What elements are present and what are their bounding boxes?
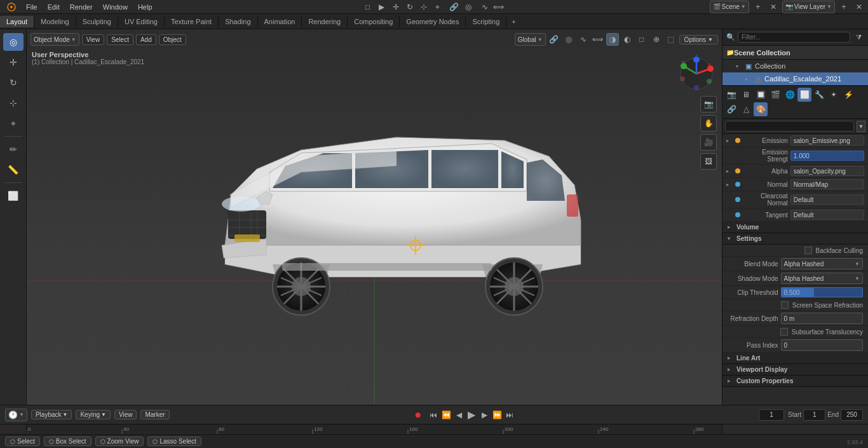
tab-scripting[interactable]: Scripting [466, 16, 506, 27]
frame-ruler[interactable]: 0 40 80 120 160 200 240 [27, 424, 722, 434]
tool-transform[interactable]: ⌖ [3, 114, 24, 132]
settings-section[interactable]: ▾ Settings [722, 233, 868, 245]
tab-rendering[interactable]: Rendering [302, 16, 348, 27]
select-menu[interactable]: Select [107, 34, 133, 45]
rotate-icon[interactable]: ↻ [403, 1, 416, 13]
timeline-mode-select[interactable]: 🕐 ▼ [5, 409, 27, 421]
prev-keyframe-button[interactable]: ⏪ [440, 409, 452, 421]
options-button[interactable]: Options ▼ [679, 35, 718, 44]
props-output-icon[interactable]: 🖥 [739, 88, 753, 102]
menu-file[interactable]: File [22, 2, 42, 12]
viewport-shading-solid[interactable]: ◑ [606, 33, 619, 46]
end-frame[interactable]: 250 [841, 409, 863, 421]
pass-index-value[interactable]: 0 [781, 339, 863, 351]
current-frame[interactable]: 1 [759, 409, 784, 421]
view-menu[interactable]: View [82, 34, 105, 45]
mesh-render-icon[interactable]: 📷 [864, 74, 868, 83]
snap-icon[interactable]: 🔗 [448, 1, 461, 13]
blend-mode-dropdown[interactable]: Alpha Hashed ▼ [781, 258, 863, 269]
tab-geometry-nodes[interactable]: Geometry Nodes [400, 16, 466, 27]
tree-collection[interactable]: ▾ ▣ Collection 👁 🔒 📷 [722, 60, 868, 72]
collection-hide-icon[interactable]: 👁 [835, 62, 844, 71]
viewport-overlay[interactable]: ⊕ [650, 33, 663, 46]
clip-threshold-field[interactable]: 0.500 [781, 287, 863, 297]
prop-alpha-value[interactable]: salon_Opacity.png [790, 166, 864, 176]
backface-culling-checkbox[interactable] [804, 247, 812, 254]
move-icon[interactable]: ✛ [390, 1, 402, 13]
viewport-shading-rendered[interactable]: ◐ [621, 33, 634, 46]
mesh-select-icon[interactable]: ● [853, 74, 862, 83]
prop-alpha-arrow[interactable]: ▸ [726, 168, 733, 174]
tab-layout[interactable]: Layout [0, 16, 34, 27]
menu-render[interactable]: Render [65, 2, 97, 12]
props-constraints-icon[interactable]: 🔗 [724, 102, 738, 116]
tab-compositing[interactable]: Compositing [348, 16, 400, 27]
marker-menu[interactable]: Marker [140, 410, 169, 419]
scene-remove-icon[interactable]: ✕ [767, 1, 780, 13]
keying-menu[interactable]: Keying ▼ [76, 410, 111, 419]
start-frame[interactable]: 1 [803, 409, 825, 421]
props-data-icon[interactable]: △ [739, 102, 753, 116]
viewport[interactable]: Object Mode ▼ View Select Add Object Glo… [27, 29, 722, 405]
scene-options-icon[interactable]: + [752, 1, 764, 13]
normalize-toggle[interactable]: ⟺ [592, 33, 604, 46]
viewlayer-add-icon[interactable]: + [837, 1, 850, 13]
lock-camera-icon[interactable]: 📷 [700, 96, 717, 112]
props-material-icon[interactable]: 🎨 [754, 102, 768, 116]
viewport-gizmo[interactable]: X Y Z [677, 55, 715, 93]
image-icon[interactable]: 🖼 [700, 153, 717, 170]
ssr-checkbox[interactable] [781, 301, 789, 309]
tab-texture-paint[interactable]: Texture Paint [165, 16, 219, 27]
zoom-view-button[interactable]: ⬡ Zoom View [95, 437, 144, 446]
box-select-button[interactable]: ⬡ Box Select [44, 437, 92, 446]
collection-lock-icon[interactable]: 🔒 [845, 62, 854, 71]
jump-start-button[interactable]: ⏮ [428, 409, 439, 421]
menu-blender[interactable] [3, 1, 20, 12]
shadow-mode-dropdown[interactable]: Alpha Hashed ▼ [781, 273, 863, 284]
prop-tangent-value[interactable]: Default [790, 210, 864, 220]
props-search-dropdown[interactable]: ▼ [857, 121, 865, 132]
props-scene-icon[interactable]: 🎬 [768, 88, 782, 102]
tool-rotate[interactable]: ↻ [3, 74, 24, 92]
props-modifier-icon[interactable]: 🔧 [812, 88, 826, 102]
proportional-toggle[interactable]: ◎ [562, 33, 575, 46]
tab-uv-editing[interactable]: UV Editing [118, 16, 165, 27]
prev-frame-button[interactable]: ◀ [453, 409, 465, 421]
outliner-filter-icon[interactable]: ⧩ [853, 32, 864, 43]
prop-normal-arrow[interactable]: ▸ [726, 182, 733, 187]
mode-select[interactable]: Object Mode ▼ [31, 33, 79, 46]
tool-cursor[interactable]: ◎ [3, 33, 24, 51]
add-workspace-button[interactable]: + [506, 16, 520, 27]
snap-toggle[interactable]: 🔗 [548, 33, 560, 46]
prop-cn-value[interactable]: Default [790, 194, 864, 205]
playback-menu[interactable]: Playback ▼ [31, 410, 72, 419]
props-render-icon[interactable]: 📷 [724, 88, 738, 102]
lasso-select-button[interactable]: ⬡ Lasso Select [147, 437, 201, 446]
props-particle-icon[interactable]: ✦ [827, 88, 841, 102]
graph-icon[interactable]: ∿ [478, 1, 491, 13]
cursor-icon[interactable]: ▶ [376, 1, 388, 13]
view-menu-timeline[interactable]: View [114, 410, 137, 419]
scene-select[interactable]: 🎬 Scene ▼ [710, 1, 749, 13]
volume-section[interactable]: ▸ Volume [722, 222, 868, 233]
tree-mesh-item[interactable]: ▸ △ Cadillac_Escalade_2021 👁 ● 📷 [722, 72, 868, 85]
prop-normal-value[interactable]: Normal/Map [790, 179, 864, 189]
xray-toggle[interactable]: ⬚ [665, 33, 677, 46]
menu-edit[interactable]: Edit [43, 2, 64, 12]
tool-annotate[interactable]: ✏ [3, 140, 24, 158]
next-frame-button[interactable]: ▶ [478, 409, 490, 421]
viewport-display-section[interactable]: ▸ Viewport Display [722, 364, 868, 376]
scale-icon[interactable]: ⊹ [417, 1, 430, 13]
menu-window[interactable]: Window [98, 2, 132, 12]
tab-modeling[interactable]: Modeling [34, 16, 76, 27]
pivot-select[interactable]: Global ▼ [515, 33, 546, 46]
custom-properties-section[interactable]: ▸ Custom Properties [722, 376, 868, 387]
props-world-icon[interactable]: 🌐 [783, 88, 797, 102]
outliner-search-input[interactable] [738, 32, 850, 43]
props-object-icon[interactable]: ⬜ [797, 88, 811, 102]
prop-emission-value[interactable]: salon_Emissive.png [790, 135, 864, 146]
menu-help[interactable]: Help [133, 2, 157, 12]
props-view-layer-icon[interactable]: 🔲 [754, 88, 768, 102]
graph-toggle[interactable]: ∿ [577, 33, 590, 46]
jump-end-button[interactable]: ⏭ [504, 409, 515, 421]
